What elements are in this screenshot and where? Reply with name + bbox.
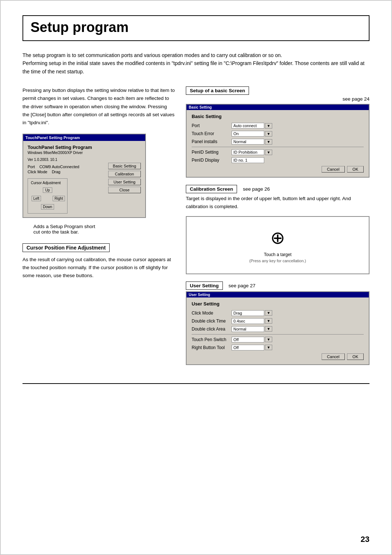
cursor-title: Cursor Adjustment bbox=[31, 181, 64, 185]
tp-titlebar: TouchPanel Setting Program bbox=[23, 134, 145, 141]
cursor-up-btn[interactable]: Up bbox=[43, 187, 52, 193]
cursor-right-btn[interactable]: Right bbox=[53, 196, 65, 201]
basic-window-title: Basic Setting bbox=[192, 114, 364, 119]
port-dropdown[interactable]: ▼ bbox=[265, 123, 272, 129]
basic-ok-btn[interactable]: OK bbox=[347, 166, 364, 173]
adds-text-1: Adds a Setup Program short bbox=[33, 224, 175, 229]
user-see-page: see page 27 bbox=[229, 283, 256, 288]
basic-see-page: see page 24 bbox=[186, 96, 369, 102]
tp-click-value: Drag bbox=[52, 170, 61, 174]
penid-setting-label: PenID Setting bbox=[192, 150, 232, 155]
touch-error-row: Touch Error On ▼ bbox=[192, 131, 364, 137]
penid-display-value: ID no. 1 bbox=[232, 157, 264, 163]
left-column: Pressing any button displays the setting… bbox=[23, 86, 175, 280]
basic-setting-titlebar: Basic Setting bbox=[187, 105, 369, 110]
dbl-click-time-row: Double click Time 0.4sec ▼ bbox=[192, 318, 364, 324]
calib-press-text: (Press any key for cancellation.) bbox=[249, 259, 306, 263]
penid-setting-control: ID Prohibition ▼ bbox=[232, 149, 272, 155]
user-window-title: User Setting bbox=[192, 301, 364, 307]
tp-buttons: Basic Setting Calibration User Setting C… bbox=[108, 163, 141, 193]
basic-setting-window: Basic Setting Basic Setting Port Auto co… bbox=[186, 104, 369, 178]
tp-app-title: TouchPanel Setting Program bbox=[28, 145, 141, 150]
touch-error-label: Touch Error bbox=[192, 131, 232, 136]
dbl-click-time-value: 0.4sec bbox=[232, 318, 264, 324]
tp-version-1: Windows 98se/Me/2000/XP Driver bbox=[28, 151, 141, 155]
btn-close[interactable]: Close bbox=[108, 187, 141, 193]
cursor-left-btn[interactable]: Left bbox=[32, 196, 41, 201]
click-mode-label: Click Mode bbox=[192, 311, 232, 316]
touch-error-control: On ▼ bbox=[232, 131, 272, 137]
penid-display-label: PenID Display bbox=[192, 158, 232, 163]
cursor-box: Cursor Adjustment Up Left Right Down bbox=[28, 178, 68, 214]
right-column: Setup of a basic Screen see page 24 Basi… bbox=[186, 86, 369, 372]
title-section: Setup program bbox=[23, 15, 369, 41]
user-ok-btn[interactable]: OK bbox=[347, 353, 364, 360]
page-number: 23 bbox=[361, 535, 369, 544]
dbl-click-area-row: Double click Area Normal ▼ bbox=[192, 326, 364, 332]
user-setting-titlebar: User Setting bbox=[187, 292, 369, 297]
intro-text: The setup program is to set communicatio… bbox=[23, 51, 369, 76]
calib-screen-window: ⊕ Touch a target (Press any key for canc… bbox=[186, 216, 369, 274]
penid-display-control: ID no. 1 bbox=[232, 157, 264, 163]
user-setting-header: User Setting bbox=[186, 281, 223, 290]
tp-port-label: Port bbox=[28, 165, 35, 169]
adds-text: Adds a Setup Program short cut onto the … bbox=[33, 224, 175, 235]
user-cancel-btn[interactable]: Cancel bbox=[322, 353, 345, 360]
touch-error-dropdown[interactable]: ▼ bbox=[265, 131, 272, 137]
right-btn-dropdown[interactable]: ▼ bbox=[265, 345, 272, 350]
page-title: Setup program bbox=[30, 20, 362, 35]
dbl-click-area-value: Normal bbox=[232, 326, 264, 332]
btn-calibration[interactable]: Calibration bbox=[108, 171, 141, 177]
calib-touch-text: Touch a target bbox=[264, 252, 291, 257]
touch-pen-dropdown[interactable]: ▼ bbox=[265, 337, 272, 342]
click-mode-control: Drag ▼ bbox=[232, 310, 272, 316]
intro-text-1: The setup program is to set communicatio… bbox=[23, 52, 282, 58]
calib-header-row: Calibration Screen see page 26 bbox=[186, 185, 369, 193]
penid-display-row: PenID Display ID no. 1 bbox=[192, 157, 364, 163]
panel-installs-value: Normal bbox=[232, 139, 264, 145]
cursor-section-header: Cursor Position Fine Adjustment bbox=[23, 243, 110, 252]
user-header-row: User Setting see page 27 bbox=[186, 281, 369, 290]
basic-setting-body: Basic Setting Port Auto connect ▼ Touch … bbox=[187, 110, 369, 177]
btn-basic-setting[interactable]: Basic Setting bbox=[108, 163, 141, 169]
cursor-down-btn[interactable]: Down bbox=[41, 204, 54, 210]
crosshair-icon: ⊕ bbox=[270, 227, 285, 248]
panel-installs-row: Panel installs Normal ▼ bbox=[192, 139, 364, 145]
dbl-click-time-dropdown[interactable]: ▼ bbox=[265, 318, 272, 324]
penid-setting-row: PenID Setting ID Prohibition ▼ bbox=[192, 149, 364, 155]
port-value: Auto connect bbox=[232, 123, 264, 129]
tp-port-value: COM9 AutoConnected bbox=[39, 165, 79, 169]
panel-installs-label: Panel installs bbox=[192, 139, 232, 144]
touch-pen-value: Off bbox=[232, 337, 264, 343]
right-btn-control: Off ▼ bbox=[232, 345, 272, 351]
port-row: Port Auto connect ▼ bbox=[192, 123, 364, 129]
btn-user-setting[interactable]: User Setting bbox=[108, 179, 141, 185]
port-label: Port bbox=[192, 123, 232, 128]
port-control: Auto connect ▼ bbox=[232, 123, 272, 129]
dbl-click-area-dropdown[interactable]: ▼ bbox=[265, 326, 272, 332]
main-content: Pressing any button displays the setting… bbox=[23, 86, 369, 372]
tp-window: TouchPanel Setting Program TouchPanel Se… bbox=[23, 134, 146, 218]
click-mode-row: Click Mode Drag ▼ bbox=[192, 310, 364, 316]
adds-text-2: cut onto the task bar. bbox=[33, 229, 175, 235]
intro-text-2: Performing setup in the initial state sa… bbox=[23, 60, 364, 74]
right-btn-label: Right Button Tool bbox=[192, 345, 232, 350]
settings-divider bbox=[192, 147, 364, 147]
panel-installs-dropdown[interactable]: ▼ bbox=[265, 139, 272, 145]
click-mode-dropdown[interactable]: ▼ bbox=[265, 310, 272, 316]
right-btn-row: Right Button Tool Off ▼ bbox=[192, 345, 364, 351]
basic-cancel-btn[interactable]: Cancel bbox=[322, 166, 345, 173]
cursor-section: Cursor Position Fine Adjustment As the r… bbox=[23, 243, 175, 280]
user-buttons-row: Cancel OK bbox=[192, 353, 364, 360]
user-setting-body: User Setting Click Mode Drag ▼ Double cl… bbox=[187, 297, 369, 364]
tp-version-2: Ver 1.0.2003. 10.1 bbox=[28, 158, 141, 162]
right-btn-value: Off bbox=[232, 345, 264, 351]
touch-pen-control: Off ▼ bbox=[232, 337, 272, 343]
penid-setting-value: ID Prohibition bbox=[232, 149, 264, 155]
penid-setting-dropdown[interactable]: ▼ bbox=[265, 150, 272, 155]
bottom-line bbox=[23, 383, 369, 384]
basic-setting-header-row: Setup of a basic Screen bbox=[186, 86, 369, 95]
cursor-section-text: As the result of carrying out calibratio… bbox=[23, 256, 175, 280]
user-settings-divider bbox=[192, 334, 364, 335]
calib-see-page: see page 26 bbox=[243, 186, 270, 192]
